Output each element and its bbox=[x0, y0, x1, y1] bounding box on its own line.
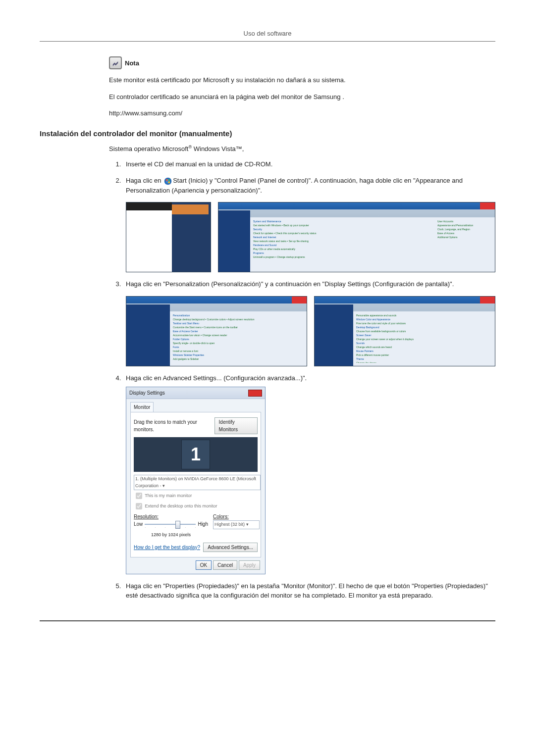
close-icon[interactable] bbox=[248, 390, 262, 397]
chk-main-input[interactable] bbox=[136, 493, 142, 499]
footer-line bbox=[40, 620, 495, 621]
step-1-text: Inserte el CD del manual en la unidad de… bbox=[126, 160, 272, 168]
step-3: Haga clic en "Personalization (Personali… bbox=[123, 279, 495, 366]
monitor-number: 1 bbox=[181, 440, 210, 469]
screenshot-start-menu bbox=[126, 202, 211, 272]
advanced-settings-button[interactable]: Advanced Settings... bbox=[203, 543, 258, 552]
note-label: Nota bbox=[125, 59, 139, 67]
page-header: Uso del software bbox=[40, 30, 495, 42]
step-2-pre: Haga clic en bbox=[126, 177, 163, 184]
ds-titlebar: Display Settings bbox=[126, 387, 265, 399]
colors-label: Colors: bbox=[213, 513, 258, 520]
screenshot-personalization: Personalize appearance and sounds Window… bbox=[314, 296, 495, 366]
windows-start-icon bbox=[164, 177, 172, 185]
step-5-text: Haga clic en "Properties (Propiedades)" … bbox=[126, 582, 488, 600]
note-line1: Este monitor está certificado por Micros… bbox=[109, 75, 495, 85]
intro-suffix: Windows Vista™, bbox=[192, 145, 244, 152]
screenshot-appearance: Personalization Change desktop backgroun… bbox=[126, 296, 307, 366]
screenshot-row-2: Personalization Change desktop backgroun… bbox=[126, 296, 495, 366]
identify-monitors-button[interactable]: Identify Monitors bbox=[214, 417, 258, 434]
display-settings-dialog: Display Settings Monitor Drag the icons … bbox=[126, 387, 266, 574]
steps-list: Inserte el CD del manual en la unidad de… bbox=[109, 159, 495, 601]
chk-extend-input[interactable] bbox=[136, 503, 142, 509]
step-5: Haga clic en "Properties (Propiedades)" … bbox=[123, 581, 495, 601]
page-title: Uso del software bbox=[244, 30, 292, 37]
step-1: Inserte el CD del manual en la unidad de… bbox=[123, 159, 495, 169]
step-4-text: Haga clic en Advanced Settings... (Confi… bbox=[126, 374, 307, 382]
svg-point-0 bbox=[164, 178, 172, 185]
resolution-slider[interactable]: ······ bbox=[145, 521, 196, 528]
colors-dropdown[interactable]: Highest (32 bit) ▾ bbox=[213, 520, 260, 529]
ds-drag-text: Drag the icons to match your monitors. bbox=[134, 418, 214, 433]
ds-title-text: Display Settings bbox=[129, 389, 165, 397]
intro-line: Sistema operativo Microsoft® Windows Vis… bbox=[109, 145, 495, 152]
resolution-label: Resolution: bbox=[134, 513, 208, 520]
chk-main-monitor[interactable]: This is my main monitor bbox=[134, 491, 258, 501]
chk-main-label: This is my main monitor bbox=[145, 493, 192, 498]
monitor-preview[interactable]: 1 bbox=[134, 437, 258, 472]
note-line2: El controlador certificado se anunciará … bbox=[109, 92, 495, 102]
cancel-button[interactable]: Cancel bbox=[213, 560, 237, 570]
section-heading: Instalación del controlador del monitor … bbox=[40, 129, 495, 138]
resolution-value: 1280 by 1024 pixels bbox=[134, 532, 208, 539]
best-display-link[interactable]: How do I get the best display? bbox=[134, 544, 200, 551]
screenshot-row-1: System and Maintenance Get started with … bbox=[126, 202, 495, 272]
note-icon bbox=[109, 56, 122, 69]
ds-tab-monitor[interactable]: Monitor bbox=[130, 402, 154, 412]
monitor-dropdown[interactable]: 1. (Multiple Monitors) on NVIDIA GeForce… bbox=[134, 475, 261, 490]
slider-low: Low bbox=[134, 520, 143, 528]
step-2-post: Start (Inicio) y "Control Panel (Panel d… bbox=[126, 177, 463, 194]
intro-prefix: Sistema operativo Microsoft bbox=[109, 145, 188, 152]
ok-button[interactable]: OK bbox=[196, 560, 212, 570]
step-4: Haga clic en Advanced Settings... (Confi… bbox=[123, 373, 495, 574]
step-2: Haga clic en Start (Inicio) y "Control P… bbox=[123, 176, 495, 272]
note-url: http://www.samsung.com/ bbox=[109, 108, 495, 118]
chk-extend-label: Extend the desktop onto this monitor bbox=[145, 504, 217, 508]
slider-high: High bbox=[198, 520, 208, 528]
chk-extend[interactable]: Extend the desktop onto this monitor bbox=[134, 502, 258, 511]
note-row: Nota bbox=[109, 56, 495, 69]
screenshot-control-panel: System and Maintenance Get started with … bbox=[218, 202, 495, 272]
step-3-text: Haga clic en "Personalization (Personali… bbox=[126, 280, 454, 288]
apply-button[interactable]: Apply bbox=[239, 560, 260, 570]
